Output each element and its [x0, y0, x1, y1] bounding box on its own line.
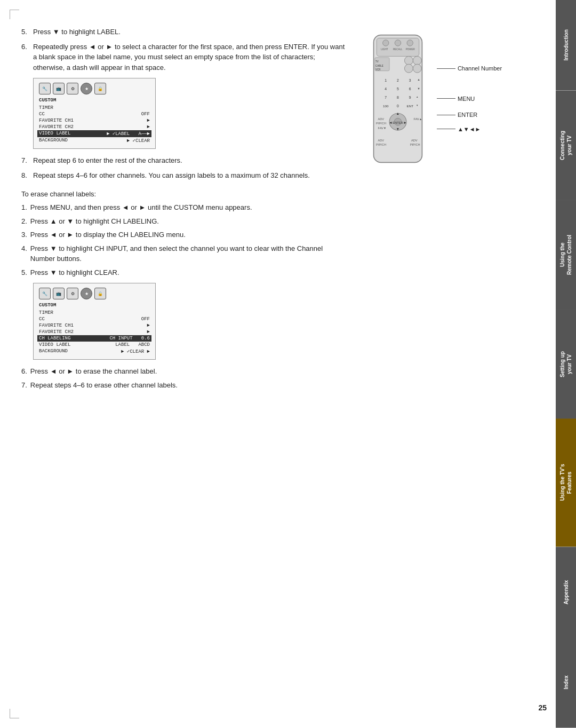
menu-2-row-fav2: FAVORITE CH2► — [39, 329, 150, 335]
step-6: 6. Repeatedly press ◄ or ► to select a c… — [21, 42, 347, 73]
menu-icon-2: 📺 — [53, 83, 65, 94]
sidebar-tab-setting-up[interactable]: Setting upyour TV — [556, 310, 576, 419]
svg-text:2: 2 — [397, 78, 399, 82]
svg-text:4: 4 — [385, 87, 387, 91]
menu-rows-1: CUSTOM TIMER CCOFF FAVORITE CH1► FAVORIT… — [39, 98, 150, 144]
initial-steps-list: 5. Press ▼ to highlight LABEL. 6. Repeat… — [21, 27, 347, 73]
menu-icon-2-5: 🔒 — [94, 288, 106, 299]
svg-text:CABLE: CABLE — [375, 65, 383, 67]
svg-text:LIGHT: LIGHT — [381, 48, 388, 51]
sidebar-tab-connecting[interactable]: Connectingyour TV — [556, 91, 576, 200]
sidebar-tab-introduction[interactable]: Introduction — [556, 0, 576, 91]
menu-2-row-fav1: FAVORITE CH1► — [39, 322, 150, 329]
svg-text:►: ► — [403, 121, 407, 124]
svg-point-12 — [404, 56, 413, 65]
menu-text: MENU — [458, 94, 475, 104]
menu-row-cc: CCOFF — [39, 111, 150, 117]
svg-text:▲: ▲ — [416, 96, 419, 98]
svg-text:5: 5 — [397, 87, 399, 91]
menu-row-fav1: FAVORITE CH1► — [39, 117, 150, 124]
menu-line — [437, 98, 455, 99]
menu-custom-header: CUSTOM — [39, 98, 150, 103]
svg-text:▼: ▼ — [417, 87, 420, 90]
svg-text:ENT: ENT — [406, 104, 413, 108]
menu-2-row-video-label: VIDEO LABELLABEL ABCD — [39, 342, 150, 348]
svg-text:TV: TV — [375, 60, 379, 63]
menu-icons-row-1: 🔧 📺 ⚙ ★ 🔒 — [39, 83, 150, 94]
svg-text:◄: ◄ — [389, 121, 393, 124]
corner-mark-tl — [10, 10, 19, 19]
steps-7-8-list: 7. Repeat step 6 to enter the rest of th… — [21, 155, 347, 180]
svg-text:▼: ▼ — [396, 127, 400, 131]
erase-steps-6-7-list: 6. Press ◄ or ► to erase the channel lab… — [21, 366, 347, 390]
menu-rows-2: CUSTOM TIMER CCOFF FAVORITE CH1► FAVORIT… — [39, 303, 150, 355]
svg-point-14 — [404, 64, 413, 73]
remote-label-container: Channel Number MENU ENTER ▲▼◄► — [437, 64, 502, 133]
svg-text:100: 100 — [383, 104, 389, 108]
main-content: 5. Press ▼ to highlight LABEL. 6. Repeat… — [21, 27, 549, 701]
arrows-text: ▲▼◄► — [458, 125, 481, 134]
svg-text:VCR: VCR — [375, 68, 381, 71]
arrows-label: ▲▼◄► — [437, 125, 502, 134]
svg-text:7: 7 — [385, 96, 387, 99]
svg-text:ADV: ADV — [378, 117, 384, 121]
menu-2-row-background: BACKGROUND► ✓CLEAR ► — [39, 348, 150, 355]
svg-text:PIP/CH: PIP/CH — [376, 143, 386, 146]
erase-step-5: 5. Press ▼ to highlight CLEAR. — [21, 267, 347, 278]
menu-custom-header-2: CUSTOM — [39, 303, 150, 308]
remote-control-image: LIGHT RECALL POWER TV CABLE VCR 1 2 — [363, 32, 433, 165]
menu-icon-1: 🔧 — [39, 83, 51, 94]
svg-text:8: 8 — [397, 96, 399, 99]
svg-text:RECALL: RECALL — [393, 48, 403, 51]
svg-text:1: 1 — [385, 78, 387, 82]
erase-step-2: 2. Press ▲ or ▼ to highlight CH LABELING… — [21, 216, 347, 227]
svg-text:▲: ▲ — [417, 78, 420, 81]
svg-text:0: 0 — [397, 104, 399, 108]
erase-step-1: 1. Press MENU, and then press ◄ or ► unt… — [21, 202, 347, 213]
sidebar-tab-features[interactable]: Using the TV'sFeatures — [556, 418, 576, 547]
svg-text:3: 3 — [409, 78, 411, 82]
erase-title: To erase channel labels: — [21, 190, 347, 198]
erase-steps-list: 1. Press MENU, and then press ◄ or ► unt… — [21, 202, 347, 278]
sidebar-tab-index[interactable]: Index — [556, 637, 576, 728]
svg-text:FAV▼: FAV▼ — [378, 126, 386, 130]
step-8: 8. Repeat steps 4–6 for other channels. … — [21, 170, 347, 181]
menu-icon-2-3: ⚙ — [67, 288, 78, 299]
channel-number-line — [437, 68, 455, 69]
erase-step-4: 4. Press ▼ to highlight CH INPUT, and th… — [21, 243, 347, 264]
corner-mark-bl — [10, 709, 19, 718]
enter-line — [437, 115, 455, 115]
right-column: LIGHT RECALL POWER TV CABLE VCR 1 2 — [363, 27, 549, 393]
svg-point-13 — [413, 56, 421, 65]
svg-text:▼: ▼ — [416, 104, 419, 107]
sidebar-tab-appendix[interactable]: Appendix — [556, 547, 576, 638]
sidebar-tab-using-remote[interactable]: Using theRemote Control — [556, 200, 576, 310]
sidebar: Introduction Connectingyour TV Using the… — [556, 0, 576, 728]
menu-screenshot-1: 🔧 📺 ⚙ ★ 🔒 CUSTOM TIMER CCOFF FAVORITE — [33, 78, 156, 149]
svg-text:POWER: POWER — [406, 48, 415, 51]
enter-label: ENTER — [437, 110, 502, 120]
svg-text:▲: ▲ — [396, 112, 400, 115]
menu-icon-3: ⚙ — [67, 83, 78, 94]
svg-text:9: 9 — [409, 96, 411, 99]
left-column: 5. Press ▼ to highlight LABEL. 6. Repeat… — [21, 27, 347, 393]
svg-text:ADV: ADV — [411, 139, 418, 142]
erase-step-7: 7. Repeat steps 4–6 to erase other chann… — [21, 380, 347, 391]
svg-text:FAV▲: FAV▲ — [413, 117, 422, 121]
svg-text:6: 6 — [409, 87, 411, 91]
svg-text:ENTER: ENTER — [393, 121, 403, 124]
remote-area: LIGHT RECALL POWER TV CABLE VCR 1 2 — [363, 32, 502, 165]
erase-step-3: 3. Press ◄ or ► to display the CH LABELI… — [21, 230, 347, 240]
channel-number-label: Channel Number — [437, 64, 502, 73]
svg-point-15 — [413, 64, 421, 73]
svg-text:PIP/CH: PIP/CH — [410, 143, 420, 146]
menu-icon-2-2: 📺 — [53, 288, 65, 299]
menu-icons-row-2: 🔧 📺 ⚙ ★ 🔒 — [39, 288, 150, 299]
enter-text: ENTER — [458, 110, 477, 120]
menu-row-timer: TIMER — [39, 105, 150, 111]
menu-icon-2-1: 🔧 — [39, 288, 51, 299]
erase-step-6: 6. Press ◄ or ► to erase the channel lab… — [21, 366, 347, 377]
menu-row-fav2: FAVORITE CH2► — [39, 124, 150, 130]
menu-row-background: BACKGROUND► ✓CLEAR — [39, 137, 150, 144]
page-number: 25 — [538, 703, 547, 712]
